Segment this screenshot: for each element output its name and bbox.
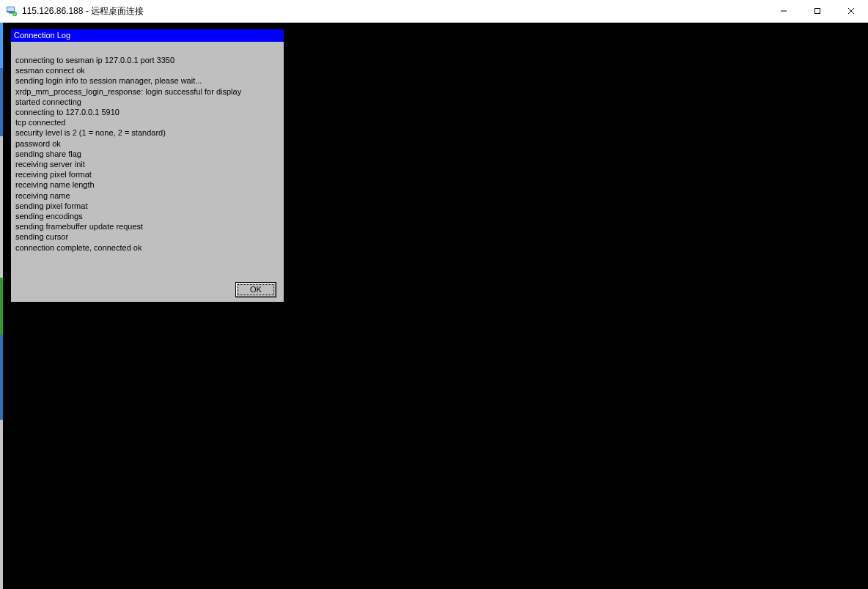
- log-line: tcp connected: [15, 117, 279, 127]
- log-lines: connecting to sesman ip 127.0.0.1 port 3…: [15, 55, 279, 253]
- window-title: 115.126.86.188 - 远程桌面连接: [22, 5, 144, 18]
- minimize-button[interactable]: [767, 0, 801, 22]
- log-line: xrdp_mm_process_login_response: login su…: [15, 86, 279, 97]
- log-line: sending share flag: [15, 149, 279, 159]
- close-button[interactable]: [834, 0, 868, 22]
- log-line: receiving pixel format: [15, 169, 279, 179]
- log-line: receiving name: [15, 190, 279, 201]
- connection-log-dialog: Connection Log connecting to sesman ip 1…: [10, 29, 284, 303]
- log-line: connection complete, connected ok: [15, 242, 279, 253]
- dialog-title: Connection Log: [11, 29, 284, 42]
- log-line: sesman connect ok: [15, 65, 279, 75]
- log-line: sending cursor: [15, 231, 279, 242]
- remote-session-area[interactable]: Connection Log connecting to sesman ip 1…: [0, 23, 868, 589]
- log-line: sending pixel format: [15, 201, 279, 211]
- log-line: connecting to sesman ip 127.0.0.1 port 3…: [15, 55, 279, 65]
- session-left-edge-strip: [0, 23, 3, 589]
- log-line: connecting to 127.0.0.1 5910: [15, 107, 279, 117]
- log-line: password ok: [15, 138, 279, 149]
- window-titlebar: 115.126.86.188 - 远程桌面连接: [0, 0, 868, 23]
- log-line: receiving server init: [15, 159, 279, 169]
- svg-rect-5: [815, 9, 820, 14]
- log-line: security level is 2 (1 = none, 2 = stand…: [15, 127, 279, 138]
- log-line: receiving name length: [15, 179, 279, 190]
- log-line: sending framebuffer update request: [15, 221, 279, 231]
- svg-rect-1: [7, 7, 14, 11]
- svg-rect-2: [9, 12, 12, 14]
- dialog-footer: OK: [11, 277, 284, 302]
- maximize-button[interactable]: [801, 0, 834, 22]
- rdp-app-icon: [6, 5, 18, 17]
- log-line: sending login info to session manager, p…: [15, 75, 279, 86]
- ok-button[interactable]: OK: [235, 282, 276, 297]
- dialog-body: connecting to sesman ip 127.0.0.1 port 3…: [11, 42, 284, 277]
- log-line: started connecting: [15, 97, 279, 107]
- log-line: sending encodings: [15, 211, 279, 221]
